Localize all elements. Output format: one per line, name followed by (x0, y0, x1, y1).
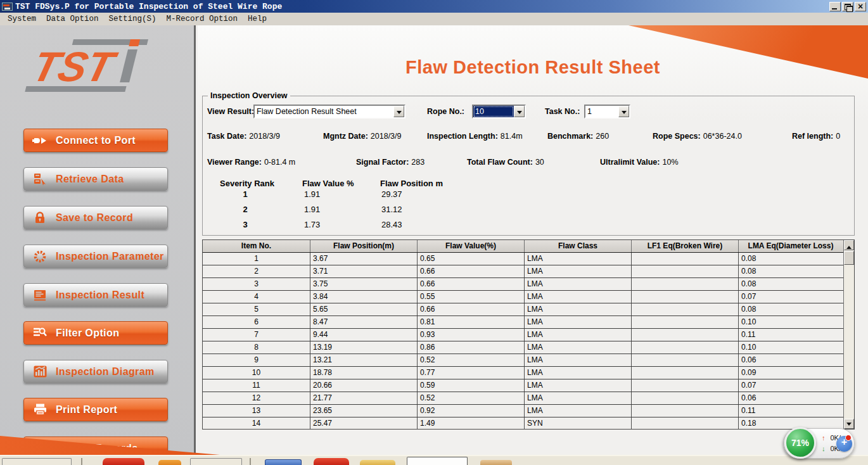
chevron-down-icon[interactable] (618, 106, 629, 117)
taskbar-item[interactable] (360, 460, 395, 465)
table-row[interactable]: 7 9.44 0.93 LMA 0.11 (203, 329, 854, 341)
close-button[interactable] (855, 2, 866, 11)
taskbar-divider (81, 458, 82, 465)
ultralimit-value-field: Ultralimit Value: 10% (600, 158, 679, 167)
sidebar: TST Connect to Port Retrieve Data Save t… (0, 25, 196, 455)
save-to-record-button[interactable]: Save to Record (23, 206, 168, 229)
benchmark-field: Benchmark: 260 (547, 132, 609, 141)
viewer-range-field: Viewer Range: 0-81.4 m (207, 158, 295, 167)
groupbox-legend: Inspection Overview (208, 91, 290, 100)
rope-no-value: 10 (473, 106, 514, 117)
table-row[interactable]: 14 25.47 1.49 SYN 0.18 (203, 417, 854, 430)
app-icon (2, 3, 13, 11)
menu-m-record-option[interactable]: M-Record Option (162, 13, 243, 25)
sidebar-button-label: Inspection Result (56, 290, 144, 301)
table-row[interactable]: 10 18.78 0.77 LMA 0.09 (203, 367, 854, 379)
retrieve-data-button[interactable]: Retrieve Data (23, 167, 168, 191)
table-row[interactable]: 12 21.77 0.52 LMA 0.06 (203, 392, 854, 405)
inspection-diagram-button[interactable]: Inspection Diagram (23, 360, 168, 383)
sidebar-button-label: Print Report (56, 404, 117, 416)
table-row[interactable]: 6 8.47 0.81 LMA 0.10 (203, 316, 854, 329)
task-no-label: Task No.: (545, 107, 580, 116)
widget-expand-button[interactable] (836, 436, 852, 452)
restore-button[interactable] (842, 2, 853, 11)
rope-specs-field: Rope Specs: 06*36-24.0 (653, 132, 742, 141)
minimize-button[interactable] (829, 2, 841, 11)
print-report-button[interactable]: Print Report (23, 398, 168, 421)
table-row[interactable]: 13 23.65 0.92 LMA 0.11 (203, 405, 854, 417)
col-header-lma-eq: LMA Eq(Diameter Loss) (739, 240, 843, 252)
floating-network-widget[interactable]: 71% ↑ 0K/s ↓ 0K/s (783, 428, 855, 459)
menu-system[interactable]: System (3, 13, 41, 25)
printer-icon (32, 404, 48, 416)
scroll-down-icon[interactable] (844, 419, 854, 429)
taskbar-item[interactable] (314, 458, 349, 465)
inspection-result-button[interactable]: Inspection Result (23, 283, 168, 307)
task-date-field: Task Date: 2018/3/9 (207, 132, 280, 141)
plug-icon (32, 135, 48, 146)
inspection-parameter-button[interactable]: Inspection Parameter (23, 245, 168, 268)
performance-ball[interactable]: 71% (784, 427, 816, 459)
chevron-down-icon[interactable] (514, 106, 525, 117)
main-panel: Flaw Detection Result Sheet Inspection O… (198, 25, 868, 455)
sidebar-button-label: Inspection Diagram (56, 366, 155, 378)
table-row[interactable]: 4 3.84 0.55 LMA 0.07 (203, 291, 854, 303)
spinner-icon (32, 250, 48, 263)
taskbar-item[interactable] (480, 460, 512, 465)
inspection-overview-groupbox: Inspection Overview View Result: Flaw De… (202, 96, 855, 236)
sidebar-button-label: Filter Option (56, 328, 119, 339)
inspection-length-field: Inspection Length: 81.4m (427, 132, 523, 141)
menu-help[interactable]: Help (243, 13, 272, 25)
chevron-down-icon[interactable] (393, 106, 404, 117)
title-bar: TST FDSys.P for Portable Inspection of S… (0, 0, 868, 13)
connect-to-port-button[interactable]: Connect to Port (23, 129, 168, 152)
task-no-value: 1 (585, 106, 618, 117)
table-row[interactable]: 5 5.65 0.66 LMA 0.08 (203, 303, 854, 316)
table-row[interactable]: 11 20.66 0.59 LMA 0.07 (203, 379, 854, 392)
table-scrollbar[interactable] (843, 240, 854, 429)
lock-icon (32, 212, 48, 224)
taskbar-item[interactable] (103, 458, 144, 465)
taskbar-active-button[interactable] (407, 457, 468, 465)
taskbar-divider (250, 458, 251, 465)
col-header-flaw-class: Flaw Class (525, 240, 632, 252)
upload-arrow-icon: ↑ (822, 433, 826, 443)
bar-chart-icon (32, 366, 48, 378)
taskbar-button[interactable] (190, 458, 242, 465)
application-window: TST FDSys.P for Portable Inspection of S… (0, 0, 868, 465)
svg-text:TST: TST (28, 43, 122, 90)
performance-percent: 71% (791, 438, 809, 448)
flaw-data-table: Item No. Flaw Position(m) Flaw Value(%) … (202, 239, 855, 430)
taskbar-button[interactable] (2, 458, 72, 465)
taskbar-item[interactable] (265, 459, 302, 465)
menu-bar: System Data Option Setting(S) M-Record O… (0, 13, 868, 25)
table-row[interactable]: 8 13.19 0.86 LMA 0.10 (203, 341, 854, 354)
severity-row: 1 1.91 29.37 (203, 189, 854, 205)
table-row[interactable]: 1 3.67 0.65 LMA 0.08 (203, 253, 854, 265)
rope-no-label: Rope No.: (427, 107, 464, 116)
filter-icon (32, 327, 48, 339)
menu-data-option[interactable]: Data Option (41, 13, 104, 25)
tst-logo: TST (22, 37, 169, 100)
filter-option-button[interactable]: Filter Option (23, 321, 168, 345)
rope-no-combobox[interactable]: 10 (472, 105, 526, 118)
table-row[interactable]: 2 3.71 0.66 LMA 0.08 (203, 265, 854, 278)
sidebar-button-label: Retrieve Data (56, 174, 124, 185)
severity-row: 3 1.73 28.43 (203, 220, 854, 235)
col-header-item-no: Item No. (203, 240, 310, 252)
retrieve-data-icon (32, 173, 48, 186)
table-row[interactable]: 3 3.75 0.66 LMA 0.08 (203, 278, 854, 291)
window-title: TST FDSys.P for Portable Inspection of S… (15, 2, 282, 11)
view-result-label: View Result: (207, 107, 254, 116)
table-row[interactable]: 9 13.21 0.52 LMA 0.06 (203, 354, 854, 367)
scrollbar-thumb[interactable] (844, 251, 854, 265)
taskbar-item[interactable] (158, 460, 181, 465)
menu-setting[interactable]: Setting(S) (104, 13, 162, 25)
document-icon (32, 290, 48, 301)
severity-row: 2 1.91 31.12 (203, 205, 854, 220)
scroll-up-icon[interactable] (844, 240, 854, 250)
download-arrow-icon: ↓ (822, 443, 826, 454)
task-no-combobox[interactable]: 1 (584, 105, 630, 118)
view-result-combobox[interactable]: Flaw Detection Result Sheet (253, 105, 405, 118)
table-body: 1 3.67 0.65 LMA 0.08 2 3.71 0.66 LMA (203, 253, 854, 430)
